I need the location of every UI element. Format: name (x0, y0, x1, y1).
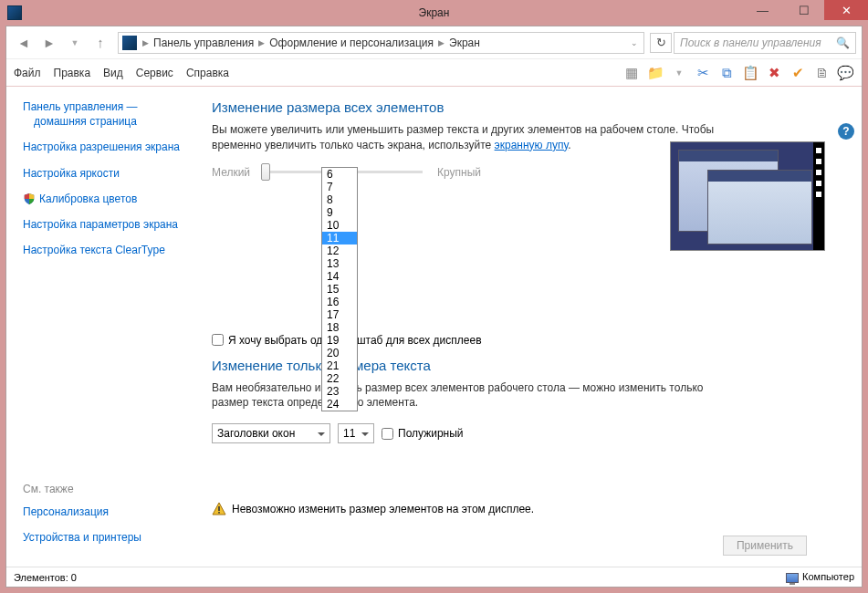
slider-thumb[interactable] (261, 163, 270, 181)
history-dropdown[interactable]: ▼ (63, 31, 87, 55)
search-placeholder: Поиск в панели управления (680, 36, 821, 49)
description-2: Вам необязательно изменять размер всех э… (212, 380, 723, 411)
description-1: Вы можете увеличить или уменьшить размер… (212, 122, 723, 153)
back-button[interactable]: ◄ (12, 31, 36, 55)
size-option[interactable]: 23 (322, 385, 357, 398)
crumb-2[interactable]: Экран (446, 36, 483, 49)
app-icon (7, 5, 22, 20)
heading-resize-all: Изменение размера всех элементов (212, 99, 843, 115)
location-icon (122, 36, 137, 50)
close-button[interactable]: ✕ (824, 0, 868, 20)
search-input[interactable]: Поиск в панели управления 🔍 (674, 32, 856, 54)
size-option[interactable]: 11 (322, 232, 357, 244)
sidebar-cleartype[interactable]: Настройка текста ClearType (23, 243, 186, 257)
size-option[interactable]: 20 (322, 347, 357, 359)
layout-icon[interactable]: ▦ (622, 64, 641, 82)
size-option[interactable]: 12 (322, 244, 357, 257)
shield-icon (23, 192, 36, 205)
statusbar: Элементов: 0 Компьютер (6, 567, 862, 587)
bold-checkbox[interactable] (382, 428, 393, 440)
size-option[interactable]: 7 (322, 181, 357, 193)
warning-text: Невозможно изменить размер элементов на … (232, 503, 534, 515)
main-content: Изменение размера всех элементов Вы може… (193, 87, 862, 567)
chevron-right-icon: ▶ (438, 38, 444, 47)
apply-button[interactable]: Применить (723, 536, 807, 556)
size-combo[interactable]: 11 (338, 423, 374, 443)
size-option[interactable]: 16 (322, 296, 357, 308)
menu-tools[interactable]: Сервис (136, 67, 173, 79)
chevron-right-icon: ▶ (258, 38, 265, 47)
size-option[interactable]: 24 (322, 398, 357, 411)
search-icon: 🔍 (836, 36, 850, 49)
element-combo[interactable]: Заголовки окон (212, 423, 330, 443)
sidebar-home[interactable]: Панель управления — домашняя страница (23, 99, 186, 129)
menubar: Файл Правка Вид Сервис Справка ▦ 📁 ▼ ✂ ⧉… (6, 59, 862, 87)
folder-icon[interactable]: 📁 (646, 64, 664, 82)
svg-rect-0 (218, 506, 220, 511)
breadcrumb[interactable]: ▶ Панель управления ▶ Оформление и персо… (118, 32, 644, 54)
forward-button[interactable]: ► (37, 31, 61, 55)
crumb-0[interactable]: Панель управления (151, 36, 256, 49)
size-option[interactable]: 8 (322, 193, 357, 206)
folder-dropdown[interactable]: ▼ (670, 64, 688, 82)
location-dropdown[interactable]: ⌄ (631, 38, 638, 47)
computer-icon (786, 573, 799, 583)
size-option[interactable]: 13 (322, 257, 357, 270)
crumb-1[interactable]: Оформление и персонализация (267, 36, 436, 49)
size-option[interactable]: 6 (322, 168, 357, 181)
sidebar-brightness[interactable]: Настройка яркости (23, 166, 186, 181)
document-icon[interactable]: 🗎 (812, 64, 831, 82)
chevron-right-icon: ▶ (142, 38, 149, 47)
refresh-button[interactable]: ↻ (650, 33, 672, 53)
sidebar-calibration[interactable]: Калибровка цветов (23, 192, 186, 206)
window-title: Экран (419, 6, 450, 19)
sidebar-resolution[interactable]: Настройка разрешения экрана (23, 140, 186, 154)
display-preview (670, 141, 825, 251)
size-option[interactable]: 21 (322, 359, 357, 372)
cut-icon[interactable]: ✂ (694, 64, 712, 82)
up-button[interactable]: ↑ (89, 31, 112, 55)
status-left: Элементов: 0 (14, 572, 77, 583)
menu-view[interactable]: Вид (103, 67, 123, 79)
sidebar-display-params[interactable]: Настройка параметров экрана (23, 217, 186, 232)
size-option[interactable]: 18 (322, 321, 357, 334)
menu-file[interactable]: Файл (14, 67, 41, 79)
single-scale-checkbox[interactable] (212, 334, 224, 346)
size-option[interactable]: 10 (322, 219, 357, 232)
size-option[interactable]: 9 (322, 206, 357, 219)
status-right: Компьютер (786, 571, 854, 583)
minimize-button[interactable]: — (742, 0, 783, 20)
sidebar: Панель управления — домашняя страница На… (6, 87, 193, 567)
warning-icon (212, 502, 226, 516)
menu-edit[interactable]: Правка (54, 67, 91, 79)
slider-max-label: Крупный (437, 166, 481, 179)
nav-toolbar: ◄ ► ▼ ↑ ▶ Панель управления ▶ Оформление… (6, 26, 862, 59)
single-scale-row: Я хочу выбрать один масштаб для всех дис… (212, 334, 843, 347)
size-dropdown-list[interactable]: 6789101112131415161718192021222324 (321, 167, 358, 411)
size-option[interactable]: 15 (322, 283, 357, 296)
size-option[interactable]: 19 (322, 334, 357, 347)
heading-text-only: Изменение только размера текста (212, 358, 843, 373)
size-option[interactable]: 17 (322, 308, 357, 321)
chat-icon[interactable]: 💬 (836, 64, 854, 82)
magnifier-link[interactable]: экранную лупу (495, 139, 569, 151)
sidebar-personalization[interactable]: Персонализация (23, 505, 141, 519)
titlebar: Экран — ☐ ✕ (0, 0, 868, 26)
size-option[interactable]: 22 (322, 372, 357, 385)
copy-icon[interactable]: ⧉ (717, 64, 736, 82)
slider-min-label: Мелкий (212, 166, 250, 179)
see-also-heading: См. также (23, 483, 141, 495)
menu-help[interactable]: Справка (186, 67, 229, 79)
paste-icon[interactable]: 📋 (741, 64, 759, 82)
svg-rect-1 (218, 512, 220, 514)
sidebar-devices[interactable]: Устройства и принтеры (23, 530, 141, 545)
maximize-button[interactable]: ☐ (783, 0, 824, 20)
check-icon[interactable]: ✔ (789, 64, 807, 82)
size-option[interactable]: 14 (322, 270, 357, 283)
bold-label: Полужирный (398, 427, 464, 440)
delete-icon[interactable]: ✖ (765, 64, 783, 82)
